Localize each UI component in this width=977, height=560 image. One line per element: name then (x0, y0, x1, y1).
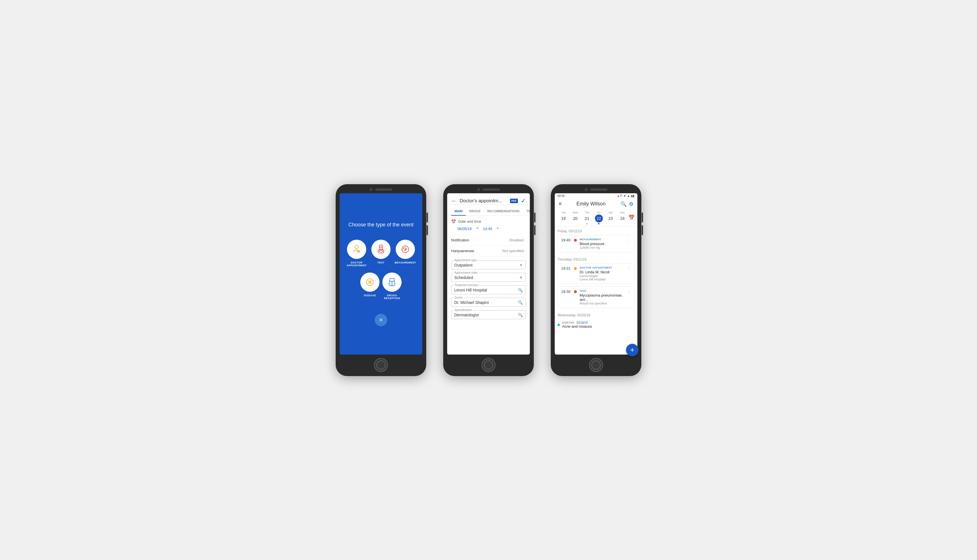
header-3: ≡ Emily Wilson 🔍 ⚙ (555, 198, 637, 209)
time-edit-icon[interactable]: ✏ (497, 227, 499, 231)
tab-drugs[interactable]: DRUGS (466, 207, 484, 216)
time-value[interactable]: 14:45 (483, 227, 492, 231)
filter-button[interactable]: ⚙ (629, 201, 634, 207)
cal-day-thu[interactable]: Thu 21 (581, 211, 593, 224)
back-button[interactable]: ← (451, 198, 457, 204)
volume-down-button[interactable] (427, 225, 428, 235)
add-event-fab[interactable]: + (626, 344, 637, 355)
svg-point-6 (379, 251, 380, 252)
speaker (375, 188, 392, 191)
direction-row[interactable]: Направление Not specified › (451, 246, 526, 257)
volume-up-button-3[interactable] (642, 213, 643, 222)
camera-2 (477, 188, 480, 191)
cal-dot-fri (598, 223, 599, 224)
appointment-type-dropdown: ▼ (519, 263, 523, 267)
event-more-doctor[interactable]: ⋮ (627, 266, 631, 271)
specialization-field[interactable]: Specialization Dermatologist 🔍 (451, 310, 526, 319)
date-time-label: Date and time (458, 219, 481, 223)
event-name-test: Mycoplasma pneumoniae, ант... (580, 293, 624, 302)
home-button-3[interactable] (589, 358, 603, 372)
test-icon (377, 245, 385, 254)
tab-te[interactable]: TE (523, 207, 530, 216)
tab-recommendations[interactable]: RECOMMENDATIONS (484, 207, 523, 216)
volume-up-button[interactable] (427, 213, 428, 222)
treatment-provider-field[interactable]: Treatment provider Lenox Hill Hospital 🔍 (451, 285, 526, 294)
cal-dot-sun (622, 223, 623, 224)
event-card-doctor-appt[interactable]: 19:31 DOCTOR APPOINTMENT Dr. Linda M. Ni… (558, 263, 635, 284)
cal-day-fri[interactable]: Fri 22 (593, 211, 605, 224)
disease-icon (365, 278, 374, 287)
cal-day-tue[interactable]: Tue 19 (558, 211, 569, 224)
status-time: 09:55 (558, 194, 565, 198)
disease-row[interactable]: DISEASE 03/18/19 Acne and rosacea (558, 319, 635, 331)
event-name-bp: Blood pressure (580, 242, 624, 246)
home-button-1[interactable] (374, 358, 388, 372)
date-header-thu: Thursday, 03/21/19 (558, 255, 635, 263)
date-row: 08/05/19 ✏ 14:45 ✏ (451, 227, 526, 231)
notification-chevron: › (525, 238, 526, 242)
close-fab-button[interactable]: × (375, 314, 387, 326)
event-dot-doctor (574, 267, 577, 270)
volume-up-button-2[interactable] (534, 213, 535, 222)
disease-name: Acne and rosacea (562, 324, 592, 328)
calendar-button[interactable]: 📅 (628, 215, 635, 221)
battery-icon: ▮▮ (631, 194, 635, 198)
home-button-2[interactable] (482, 358, 495, 372)
event-name-doctor: Dr. Linda M. Nicoll (580, 270, 624, 274)
cal-day-sat[interactable]: Sat 23 (605, 211, 617, 224)
doctor-icon (352, 245, 362, 254)
tab-bar-2: MAIN DRUGS RECOMMENDATIONS TE (447, 207, 530, 216)
screen-1: Choose the type of the event DOCTORAPPOI… (340, 193, 422, 355)
appointment-type-value: Outpatient ▼ (454, 263, 523, 267)
doctor-label: Doctor (453, 296, 463, 299)
disease-date: 03/18/19 (577, 321, 588, 324)
status-bar: 09:55 ● P ▼ ▲ ▮▮ (555, 193, 637, 198)
date-edit-icon[interactable]: ✏ (476, 227, 478, 231)
header-2: ← Doctor's appointm... PDF ✓ (447, 193, 530, 205)
appointment-state-dropdown: ▼ (519, 276, 523, 280)
event-disease[interactable]: DISEASE (360, 273, 380, 300)
search-button[interactable]: 🔍 (620, 201, 627, 207)
treatment-provider-search: 🔍 (518, 288, 523, 292)
event-content-doctor: DOCTOR APPOINTMENT Dr. Linda M. Nicoll G… (580, 266, 624, 281)
user-name-label: Emily Wilson (564, 201, 618, 207)
disease-dot (558, 324, 560, 326)
event-measurement[interactable]: MEASUREMENT (395, 240, 416, 267)
wifi-icon: ▼ (623, 194, 626, 198)
cal-dot-wed (575, 223, 576, 224)
appointment-type-field[interactable]: Appointment type Outpatient ▼ (451, 260, 526, 269)
cal-day-wed[interactable]: Wed 20 (569, 211, 581, 224)
event-grid-bottom: DISEASE DRUGSRECEPTION (360, 273, 402, 300)
confirm-button[interactable]: ✓ (521, 197, 526, 205)
hamburger-menu-icon[interactable]: ≡ (559, 201, 562, 207)
event-test[interactable]: TEST (370, 240, 392, 267)
volume-down-button-3[interactable] (642, 225, 643, 235)
tab-main[interactable]: MAIN (451, 207, 466, 216)
drugs-icon (387, 277, 397, 287)
phone-1: Choose the type of the event DOCTORAPPOI… (336, 184, 426, 376)
date-value[interactable]: 08/05/19 (457, 227, 472, 231)
event-more-test[interactable]: ⋮ (627, 290, 631, 294)
specialization-search: 🔍 (518, 313, 523, 317)
home-button-inner-1 (377, 360, 385, 370)
volume-down-button-2[interactable] (534, 225, 535, 235)
appointment-state-label: Appointment state (453, 271, 478, 274)
event-label-test: TEST (377, 261, 384, 264)
cal-dot-thu (587, 223, 588, 224)
event-time-bp: 19:40 (561, 238, 571, 242)
pdf-button[interactable]: PDF (510, 198, 518, 203)
notification-row[interactable]: Notification Disabled › (451, 235, 526, 246)
event-label-doctor: DOCTORAPPOINTMENT (347, 261, 367, 267)
event-doctor-appointment[interactable]: DOCTORAPPOINTMENT (346, 240, 367, 267)
cal-day-sun[interactable]: Sun 24 (617, 211, 628, 224)
doctor-field[interactable]: Doctor Dr. Michael Shapiro 🔍 (451, 298, 526, 307)
event-drugs[interactable]: DRUGSRECEPTION (382, 273, 402, 300)
direction-val-wrap: Not specified › (502, 249, 526, 253)
signal-icon: ▲ (627, 194, 630, 198)
event-more-bp[interactable]: ⋮ (627, 238, 631, 243)
event-card-blood-pressure[interactable]: 19:40 MEASUREMENT Blood pressure 120/80 … (558, 235, 635, 252)
date-time-section: 📅 Date and time (451, 219, 526, 224)
event-card-test[interactable]: 19:30 TEST Mycoplasma pneumoniae, ант...… (558, 287, 635, 308)
appointment-state-field[interactable]: Appointment state Scheduled ▼ (451, 273, 526, 282)
date-header-fri: Friday, 03/22/19 (558, 227, 635, 235)
